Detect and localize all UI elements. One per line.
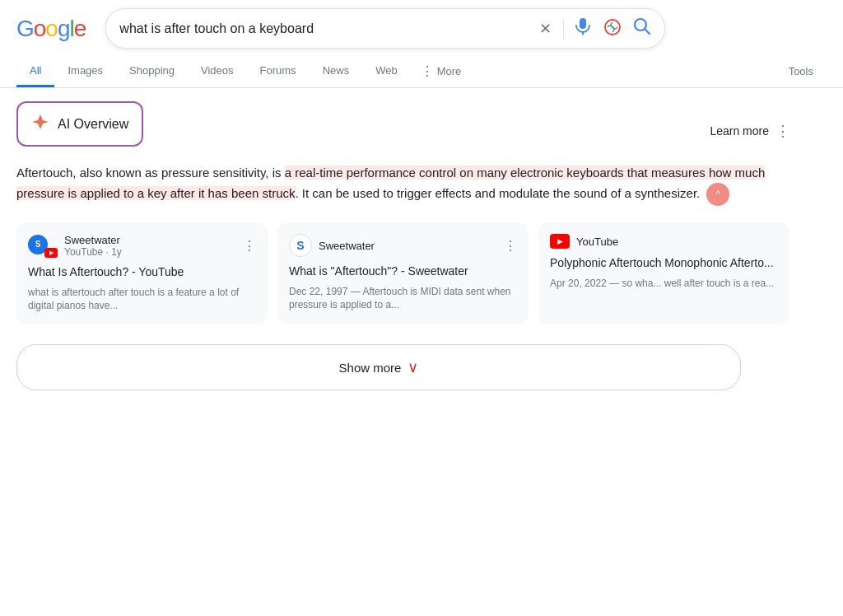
logo-g: G	[16, 16, 34, 42]
source-card-2-options-icon[interactable]: ⋮	[504, 238, 517, 254]
source-card-1-title: What Is Aftertouch? - YouTube	[28, 264, 256, 281]
svg-rect-0	[580, 18, 586, 29]
ai-options-icon[interactable]: ⋮	[775, 122, 790, 140]
youtube-logo-icon: ▶	[550, 234, 570, 249]
source-card-2-header: S Sweetwater ⋮	[289, 234, 517, 257]
chevron-up-icon: ^	[716, 189, 721, 200]
source-card-2-name: Sweetwater	[319, 240, 375, 252]
ai-overview-box: AI Overview	[16, 101, 143, 147]
mic-icon	[575, 17, 590, 40]
source-card-1[interactable]: S ▶ Sweetwater YouTube · 1y ⋮ What Is Af…	[16, 222, 268, 324]
learn-more-link[interactable]: Learn more	[710, 124, 769, 138]
source-card-1-name: Sweetwater	[64, 234, 122, 246]
tab-shopping[interactable]: Shopping	[116, 56, 188, 87]
tab-news[interactable]: News	[310, 56, 363, 87]
tab-videos[interactable]: Videos	[188, 56, 247, 87]
logo-e: e	[74, 16, 86, 42]
source-card-2[interactable]: S Sweetwater ⋮ What is "Aftertouch"? - S…	[277, 222, 529, 324]
clear-icon: ✕	[539, 20, 552, 38]
search-input[interactable]	[119, 21, 531, 36]
header: Google ✕	[0, 0, 843, 49]
source-card-3-info: ▶ YouTube	[550, 234, 618, 249]
learn-more-row: Learn more ⋮	[710, 122, 790, 140]
main-content: AI Overview Learn more ⋮ Aftertouch, als…	[0, 88, 807, 404]
source-card-3-name: YouTube	[576, 236, 618, 248]
source-card-2-info: S Sweetwater	[289, 234, 375, 257]
tab-forums[interactable]: Forums	[247, 56, 310, 87]
sweetwater-s-icon: S	[289, 234, 312, 257]
source-card-1-snippet: what is aftertouch after touch is a feat…	[28, 286, 256, 314]
source-card-3-snippet: Apr 20, 2022 — so wha... well after touc…	[550, 277, 778, 291]
source-card-3-title: Polyphonic Aftertouch Monophonic Afterto…	[550, 255, 778, 272]
google-logo: Google	[16, 16, 86, 42]
ai-diamond-icon	[31, 113, 49, 135]
tab-tools[interactable]: Tools	[775, 57, 827, 86]
ai-overview-header: AI Overview Learn more ⋮	[16, 101, 790, 160]
description-text-2: . It can be used to trigger effects and …	[296, 186, 701, 200]
svg-line-4	[645, 29, 650, 34]
search-bar-icons: ✕	[538, 16, 651, 41]
ai-overview-label: AI Overview	[58, 117, 128, 132]
source-cards: S ▶ Sweetwater YouTube · 1y ⋮ What Is Af…	[16, 222, 790, 324]
source-card-2-title: What is "Aftertouch"? - Sweetwater	[289, 264, 517, 280]
logo-o2: o	[45, 16, 58, 42]
tab-all[interactable]: All	[16, 56, 54, 87]
description-text-1: Aftertouch, also known as pressure sensi…	[16, 166, 285, 180]
divider	[563, 19, 564, 39]
lens-icon	[603, 18, 622, 39]
show-more-label: Show more	[339, 361, 402, 375]
mic-button[interactable]	[574, 16, 592, 41]
youtube-badge-icon: ▶	[44, 248, 58, 258]
source-card-3[interactable]: ▶ YouTube Polyphonic Aftertouch Monophon…	[538, 222, 789, 324]
lens-button[interactable]	[602, 16, 623, 40]
source-card-1-header: S ▶ Sweetwater YouTube · 1y ⋮	[28, 234, 256, 258]
source-card-1-meta: Sweetwater YouTube · 1y	[64, 234, 122, 258]
source-card-2-snippet: Dec 22, 1997 — Aftertouch is MIDI data s…	[289, 285, 517, 313]
source-card-1-platform: YouTube · 1y	[64, 246, 122, 258]
search-bar[interactable]: ✕	[105, 8, 665, 49]
source-card-1-avatar: S ▶	[28, 235, 58, 258]
tab-web[interactable]: Web	[362, 56, 411, 87]
ai-description: Aftertouch, also known as pressure sensi…	[16, 163, 774, 206]
tab-more[interactable]: ⋮ More	[411, 55, 472, 87]
clear-button[interactable]: ✕	[538, 18, 553, 40]
source-card-3-header: ▶ YouTube	[550, 234, 778, 249]
collapse-button[interactable]: ^	[706, 183, 729, 206]
show-more-button[interactable]: Show more ∨	[16, 344, 741, 390]
logo-g2: g	[58, 16, 70, 42]
nav-tabs: All Images Shopping Videos Forums News W…	[0, 55, 843, 88]
logo-o1: o	[34, 16, 46, 42]
source-card-1-info: S ▶ Sweetwater YouTube · 1y	[28, 234, 122, 258]
source-card-1-options-icon[interactable]: ⋮	[243, 238, 256, 254]
tab-images[interactable]: Images	[54, 56, 116, 87]
chevron-down-icon: ∨	[408, 358, 418, 376]
search-submit-button[interactable]	[633, 17, 651, 40]
